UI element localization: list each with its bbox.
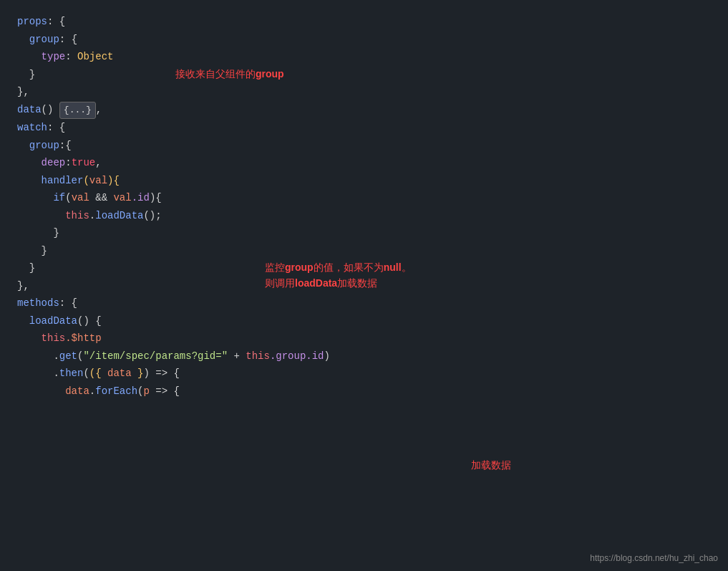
code-token: get	[59, 347, 77, 365]
code-line: type: Object	[17, 48, 711, 66]
code-line: this.$http	[17, 330, 711, 347]
code-line: }	[17, 66, 711, 84]
annotation-load-data: 加载数据	[471, 457, 511, 473]
code-token: val	[89, 172, 107, 190]
code-line: methods: {	[17, 294, 711, 312]
code-token: "/item/spec/params?gid="	[83, 347, 228, 365]
code-line: loadData() {	[17, 312, 711, 330]
code-token: group	[29, 31, 59, 49]
code-token: group	[29, 137, 59, 155]
code-token: val	[113, 189, 131, 207]
code-token: data	[65, 383, 89, 400]
annotation-watch-group: 监控group的值，如果不为null。 则调用loadData加载数据	[265, 259, 412, 292]
code-token: forEach	[95, 383, 137, 400]
code-token: loadData	[95, 207, 143, 225]
code-token: .group.id	[270, 347, 324, 365]
code-hint-box: {...}	[59, 102, 96, 120]
code-token: if	[53, 189, 65, 207]
code-token: .id	[132, 189, 150, 207]
code-token: p	[143, 383, 149, 400]
code-container: props: { group: { type: Object } }, data…	[0, 0, 728, 571]
code-line: handler(val){	[17, 172, 711, 190]
code-line: if(val && val.id){	[17, 189, 711, 207]
code-token: props	[17, 13, 47, 31]
code-token: data	[17, 101, 42, 119]
code-token: .$http	[65, 330, 101, 347]
code-token: deep	[42, 154, 66, 172]
code-line: group:{	[17, 137, 711, 155]
code-token: handler	[42, 172, 84, 190]
code-line: }	[17, 242, 711, 260]
code-token: this	[65, 207, 89, 225]
code-line: props: {	[17, 13, 711, 31]
code-token: true	[72, 154, 96, 172]
code-token: data	[107, 365, 132, 383]
code-token: watch	[17, 119, 47, 137]
code-block: props: { group: { type: Object } }, data…	[17, 13, 711, 400]
code-token: val	[72, 189, 89, 207]
code-line: deep:true,	[17, 154, 711, 172]
code-line: .then(({ data }) => {	[17, 365, 711, 383]
code-line: group: {	[17, 31, 711, 49]
code-token: Object	[77, 48, 113, 66]
code-token: methods	[17, 294, 59, 312]
code-line: .get("/item/spec/params?gid=" + this.gro…	[17, 347, 711, 365]
annotation-group-prop: 接收来自父组件的group	[175, 66, 284, 82]
code-token: loadData	[29, 312, 77, 330]
code-line: watch: {	[17, 119, 711, 137]
code-line: },	[17, 83, 711, 101]
watermark: https://blog.csdn.net/hu_zhi_chao	[590, 552, 718, 565]
code-token: this	[246, 347, 270, 365]
code-token: then	[59, 365, 84, 383]
code-line: this.loadData();	[17, 207, 711, 225]
code-line: data() {...},	[17, 101, 711, 120]
code-line: data.forEach(p => {	[17, 383, 711, 400]
code-token: type	[42, 48, 66, 66]
code-token: this	[42, 330, 66, 347]
code-line: }	[17, 224, 711, 242]
